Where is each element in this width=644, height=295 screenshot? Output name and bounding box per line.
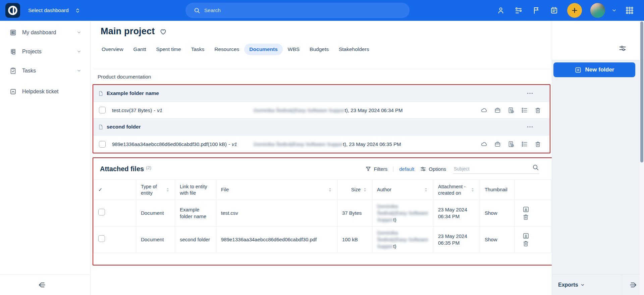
more-options-icon[interactable]	[526, 90, 534, 97]
cell-link[interactable]: Example folder name	[175, 200, 216, 227]
app-logo[interactable]	[5, 3, 20, 18]
cell-thumbnail[interactable]: Show	[480, 227, 515, 253]
column-file[interactable]: File	[216, 180, 337, 200]
file-checkbox[interactable]	[99, 141, 106, 148]
folder-name[interactable]: Example folder name	[107, 90, 159, 96]
download-icon[interactable]	[522, 206, 530, 213]
tab-gantt[interactable]: Gantt	[128, 44, 151, 55]
sort-icon[interactable]	[165, 186, 170, 193]
sidebar-item-helpdesk-ticket[interactable]: Helpdesk ticket	[0, 82, 90, 101]
trash-icon[interactable]	[534, 141, 541, 148]
column-type-of-entity[interactable]: Type of entity	[136, 180, 175, 200]
sidebar-item-projects[interactable]: Projects	[0, 42, 90, 61]
tab-documents[interactable]: Documents	[244, 44, 282, 55]
tab-budgets[interactable]: Budgets	[305, 44, 334, 55]
sidebar-item-tasks[interactable]: Tasks	[0, 61, 90, 80]
new-version-icon[interactable]	[507, 141, 515, 148]
page-scrollbar[interactable]	[640, 21, 644, 295]
column-author[interactable]: Author	[372, 180, 433, 200]
document-category-label: Product documentation	[98, 74, 151, 80]
details-list-icon[interactable]	[521, 107, 528, 114]
avatar[interactable]	[590, 3, 605, 18]
file-link[interactable]: 989e1336aa34aebcc86d6ed06cabdf30.pdf	[221, 237, 317, 242]
tab-stakeholders[interactable]: Stakeholders	[334, 44, 374, 55]
cloud-icon[interactable]	[481, 107, 488, 114]
sidebar-item-my-dashboard[interactable]: My dashboard	[0, 23, 90, 42]
task-list-icon[interactable]	[515, 6, 523, 14]
page-settings-sliders-icon[interactable]	[619, 44, 627, 54]
folder-row[interactable]: Example folder name	[93, 85, 550, 102]
new-version-icon[interactable]	[507, 107, 515, 114]
dashboard-expand-icon[interactable]	[75, 8, 80, 13]
trash-icon[interactable]	[522, 240, 529, 247]
tab-overview[interactable]: Overview	[97, 44, 128, 55]
trash-icon[interactable]	[534, 107, 541, 114]
file-name[interactable]: 989e1336aa34aebcc86d6ed06cabdf30.pdf(100…	[112, 141, 237, 147]
trash-icon[interactable]	[522, 213, 529, 220]
entity-link[interactable]: Example folder name	[180, 207, 206, 219]
briefcase-icon[interactable]	[494, 107, 501, 114]
file-row[interactable]: test.csv(37 Bytes)-v1 Dominika Šedivá((E…	[93, 102, 550, 118]
file-row[interactable]: 989e1336aa34aebcc86d6ed06cabdf30.pdf(100…	[93, 136, 550, 153]
search-input[interactable]	[204, 7, 392, 13]
tab-spent-time[interactable]: Spent time	[151, 44, 186, 55]
column-link-to-entity[interactable]: Link to entity with file	[175, 180, 216, 200]
chevron-down-icon[interactable]	[76, 68, 82, 73]
subject-filter[interactable]	[453, 164, 539, 174]
chevron-down-icon[interactable]	[76, 49, 82, 54]
show-thumbnail-link[interactable]: Show	[485, 237, 497, 242]
folder-row[interactable]: second folder	[93, 118, 550, 136]
sidebar-item-label: My dashboard	[22, 30, 56, 36]
column-size[interactable]: Size	[337, 180, 372, 200]
flag-icon[interactable]	[532, 6, 540, 14]
global-search[interactable]	[185, 3, 410, 18]
row-checkbox[interactable]	[98, 235, 105, 242]
document-category-row[interactable]: Product documentation	[93, 69, 551, 84]
search-icon[interactable]	[532, 164, 539, 172]
column-attachment-created[interactable]: Attachment - created on	[433, 180, 480, 200]
apps-grid-icon[interactable]	[625, 6, 634, 15]
calendar-icon[interactable]	[550, 6, 558, 14]
exports-button[interactable]: Exports	[552, 282, 622, 288]
select-dashboard-button[interactable]: Select dashboard	[28, 7, 69, 13]
file-name[interactable]: test.csv(37 Bytes)-v1	[112, 107, 162, 113]
sort-icon[interactable]	[424, 186, 428, 193]
download-icon[interactable]	[522, 232, 530, 240]
entity-link[interactable]: second folder	[180, 237, 210, 242]
tab-resources[interactable]: Resources	[209, 44, 244, 55]
column-label: Link to entity with file	[180, 184, 207, 195]
file-link[interactable]: test.csv	[221, 210, 238, 216]
new-folder-button[interactable]: New folder	[553, 62, 635, 77]
column-check[interactable]: ✓	[94, 180, 136, 200]
details-list-icon[interactable]	[521, 141, 528, 148]
collapse-sidebar-icon[interactable]	[38, 281, 46, 289]
scrollbar-thumb[interactable]	[640, 21, 643, 162]
tab-tasks[interactable]: Tasks	[186, 44, 210, 55]
user-icon[interactable]	[497, 6, 505, 14]
briefcase-icon[interactable]	[494, 141, 501, 148]
cell-thumbnail[interactable]: Show	[480, 200, 515, 227]
cell-actions	[515, 227, 551, 253]
cell-file[interactable]: 989e1336aa34aebcc86d6ed06cabdf30.pdf	[216, 227, 337, 253]
check-all-mark[interactable]: ✓	[98, 187, 102, 192]
folder-name[interactable]: second folder	[107, 124, 141, 130]
sort-icon[interactable]	[328, 186, 332, 193]
chevron-down-icon[interactable]	[76, 30, 82, 35]
options-button[interactable]: Options	[420, 166, 446, 172]
file-checkbox[interactable]	[99, 107, 106, 113]
sort-icon[interactable]	[363, 186, 367, 193]
quick-add-button[interactable]	[567, 3, 582, 18]
cell-file[interactable]: test.csv	[216, 200, 337, 227]
account-chevron-down-icon[interactable]	[611, 8, 617, 13]
cell-link[interactable]: second folder	[175, 227, 216, 253]
tab-wbs[interactable]: WBS	[283, 44, 305, 55]
sort-icon[interactable]	[470, 186, 475, 193]
favorite-heart-icon[interactable]	[160, 28, 167, 35]
default-view-link[interactable]: default	[399, 166, 414, 172]
subject-input[interactable]	[453, 164, 539, 174]
row-checkbox[interactable]	[98, 209, 105, 215]
filters-button[interactable]: Filters	[365, 166, 387, 172]
more-options-icon[interactable]	[526, 123, 534, 131]
cloud-icon[interactable]	[481, 141, 488, 148]
show-thumbnail-link[interactable]: Show	[485, 210, 497, 216]
